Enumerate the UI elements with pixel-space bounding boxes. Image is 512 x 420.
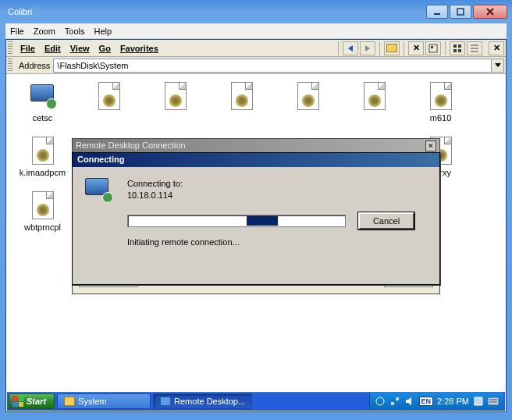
view-details-button[interactable] xyxy=(467,41,482,55)
outer-window-title: Colibri xyxy=(5,7,425,16)
folder-up-button[interactable] xyxy=(384,41,400,55)
folder-icon xyxy=(64,397,75,406)
svg-rect-5 xyxy=(458,44,461,48)
svg-point-11 xyxy=(376,397,384,405)
svg-marker-14 xyxy=(406,397,411,405)
file-item[interactable] xyxy=(275,80,341,135)
svg-rect-1 xyxy=(457,9,464,15)
file-item[interactable] xyxy=(76,80,142,135)
connecting-target-ip: 10.18.0.114 xyxy=(127,190,183,201)
ce-menu-file[interactable]: File xyxy=(16,42,40,55)
connecting-progress-bar xyxy=(127,215,346,227)
outer-titlebar[interactable]: Colibri xyxy=(0,0,512,23)
menu-help[interactable]: Help xyxy=(94,27,112,36)
file-item-m610[interactable]: m610 xyxy=(407,80,474,135)
rdc-titlebar[interactable]: Remote Desktop Connection ✕ xyxy=(73,139,439,153)
file-item[interactable] xyxy=(142,80,208,135)
arrow-left-icon xyxy=(348,45,353,52)
close-button[interactable] xyxy=(473,5,507,19)
taskbar-item-system[interactable]: System xyxy=(57,393,151,409)
chevron-down-icon xyxy=(495,63,501,67)
menu-tools[interactable]: Tools xyxy=(65,27,85,36)
svg-rect-6 xyxy=(453,49,457,52)
outer-window: Colibri File Zoom Tools Help File Edit V… xyxy=(0,0,512,420)
ce-window-close-button[interactable]: ✕ xyxy=(489,41,504,55)
file-item[interactable] xyxy=(208,80,275,135)
close-icon: ✕ xyxy=(493,43,500,53)
x-icon: ✕ xyxy=(413,43,420,53)
keyboard-button[interactable] xyxy=(488,396,499,407)
ce-menu-view[interactable]: View xyxy=(66,42,94,55)
address-dropdown-button[interactable] xyxy=(492,59,504,73)
tray-volume-icon[interactable] xyxy=(404,396,415,407)
file-label: cetsc xyxy=(33,113,53,123)
file-area[interactable]: cetsc m610 k.imaadpcm nprxy wbtprncpl xyxy=(6,74,506,393)
address-input[interactable] xyxy=(53,59,492,73)
file-label: k.imaadpcm xyxy=(20,168,66,177)
ce-menu-favorites[interactable]: Favorites xyxy=(116,42,163,55)
language-indicator[interactable]: EN xyxy=(419,397,434,406)
file-item-wbtprncpl[interactable]: wbtprncpl xyxy=(9,190,76,244)
connecting-titlebar[interactable]: Connecting xyxy=(73,153,439,167)
window-controls xyxy=(425,5,507,19)
file-label: m610 xyxy=(430,113,452,123)
svg-rect-13 xyxy=(396,397,399,400)
taskbar-item-label: Remote Desktop... xyxy=(174,397,245,406)
svg-rect-3 xyxy=(431,46,433,48)
maximize-button[interactable] xyxy=(450,5,471,19)
remote-desktop-icon xyxy=(85,178,112,201)
rdc-window-title: Remote Desktop Connection xyxy=(76,141,186,151)
details-icon xyxy=(470,44,479,53)
toolbar-grip[interactable] xyxy=(8,41,12,55)
connecting-status-text: Initiating remote connection... xyxy=(127,237,427,247)
minimize-button[interactable] xyxy=(426,5,448,19)
view-large-icons-button[interactable] xyxy=(450,41,465,55)
start-button[interactable]: Start xyxy=(9,393,55,409)
folder-up-icon xyxy=(386,44,397,52)
remote-desktop-icon xyxy=(30,84,55,108)
taskbar: Start System Remote Desktop... EN 2:28 P… xyxy=(7,392,505,411)
svg-rect-4 xyxy=(453,44,457,48)
dll-file-icon xyxy=(430,82,452,110)
taskbar-clock[interactable]: 2:28 PM xyxy=(437,397,469,406)
show-desktop-button[interactable] xyxy=(473,396,484,407)
file-item-kimaadpcm[interactable]: k.imaadpcm xyxy=(9,135,76,190)
menu-zoom[interactable]: Zoom xyxy=(34,27,55,36)
dll-file-icon xyxy=(231,82,253,110)
large-icons-icon xyxy=(453,44,462,53)
connecting-dialog: Connecting Connecting to: 10.18.0.114 Ca… xyxy=(72,152,440,285)
file-item-cetsc[interactable]: cetsc xyxy=(9,80,76,135)
ce-menu-go[interactable]: Go xyxy=(94,42,116,55)
properties-button[interactable] xyxy=(425,41,441,55)
delete-button[interactable]: ✕ xyxy=(408,41,424,55)
tray-icon-1[interactable] xyxy=(375,396,386,407)
dll-file-icon xyxy=(165,82,187,110)
svg-rect-7 xyxy=(458,49,461,52)
dll-file-icon xyxy=(297,82,319,110)
taskbar-item-remote-desktop[interactable]: Remote Desktop... xyxy=(153,393,252,409)
dll-file-icon xyxy=(98,82,120,110)
cancel-button[interactable]: Cancel xyxy=(358,212,414,230)
taskbar-item-label: System xyxy=(78,397,107,406)
menu-file[interactable]: File xyxy=(10,27,24,36)
tray-network-icon[interactable] xyxy=(389,396,400,407)
properties-icon xyxy=(428,44,438,53)
address-label: Address xyxy=(16,61,53,70)
nav-back-button[interactable] xyxy=(343,41,358,55)
svg-rect-16 xyxy=(488,397,499,405)
ce-menubar: File Edit View Go Favorites ✕ ✕ xyxy=(6,40,506,57)
windows-flag-icon xyxy=(12,396,23,407)
rdc-close-button[interactable]: ✕ xyxy=(425,141,436,151)
ce-menu-edit[interactable]: Edit xyxy=(40,42,66,55)
system-tray: EN 2:28 PM xyxy=(369,393,503,410)
nav-forward-button[interactable] xyxy=(360,41,375,55)
dll-file-icon xyxy=(364,82,386,110)
dll-file-icon xyxy=(32,191,54,219)
svg-rect-0 xyxy=(434,13,440,15)
file-item[interactable] xyxy=(341,80,407,135)
addressbar-grip[interactable] xyxy=(8,59,12,73)
ce-addressbar: Address xyxy=(6,57,506,74)
outer-menubar: File Zoom Tools Help xyxy=(5,23,507,39)
arrow-right-icon xyxy=(365,45,370,52)
embedded-ce-screen: File Edit View Go Favorites ✕ ✕ xyxy=(5,39,507,412)
